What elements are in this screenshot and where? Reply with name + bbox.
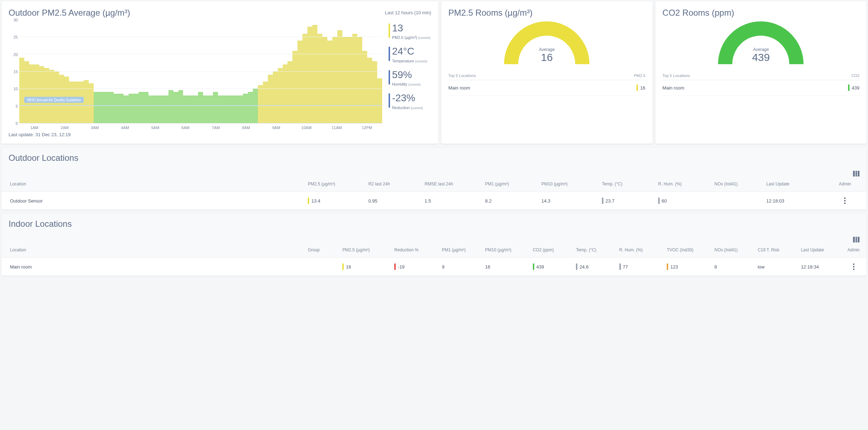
co2-rooms-card: CO2 Rooms (ppm) Average 439 Top 5 Locati…	[655, 1, 867, 144]
cell-reduction: -19	[398, 264, 405, 270]
pm25-top5-row-name: Main room	[448, 85, 470, 91]
status-bar-co2	[533, 263, 534, 270]
cell-tvoc: 123	[670, 264, 678, 270]
col-pm25[interactable]: PM2.5 (µg/m³)	[304, 176, 365, 192]
pm25-row-status-bar	[636, 85, 638, 91]
chart-title: Outdoor PM2.5 Average (µg/m³)	[9, 8, 130, 18]
outdoor-locations-section: Outdoor Locations Location PM2.5 (µg/m³)…	[1, 148, 867, 210]
kpi-hum-label: Humidity (current)	[392, 82, 431, 86]
kpi-temp-label: Temperature (current)	[392, 59, 431, 63]
co2-rooms-title: CO2 Rooms (ppm)	[662, 8, 859, 18]
cell-group	[304, 258, 339, 276]
col-nox[interactable]: NOx (Ind41)	[711, 242, 754, 258]
status-bar-pm25	[308, 198, 309, 204]
cell-rhum: 60	[662, 198, 667, 204]
pm25-rooms-title: PM2.5 Rooms (µg/m³)	[448, 8, 645, 18]
pm25-bar-chart[interactable]: 051015202530 WHO Annual Air Quality Guid…	[9, 20, 382, 123]
kpi-reduction: -23% Reduction (current)	[389, 93, 431, 109]
col-tvoc[interactable]: TVOC (Ind30)	[663, 242, 711, 258]
col-pm10[interactable]: PM10 (µg/m³)	[482, 242, 529, 258]
indoor-section-title: Indoor Locations	[9, 219, 72, 229]
cell-location: Main room	[1, 258, 304, 276]
status-bar-reduction	[394, 263, 396, 270]
kpi-pm25: 13 PM2.5 (µg/m³) (current)	[389, 23, 431, 40]
col-group[interactable]: Group	[304, 242, 339, 258]
cell-location: Outdoor Sensor	[1, 192, 304, 210]
status-bar-rhum	[619, 263, 621, 270]
indoor-row[interactable]: Main room 16 -19 9 16 439 24.6 77 123 8 …	[1, 258, 867, 276]
kpi-red-value: -23%	[392, 93, 431, 103]
cell-pm25: 13.4	[311, 198, 320, 204]
outdoor-table: Location PM2.5 (µg/m³) R2 last 24h RMSE …	[1, 176, 867, 210]
co2-row-status-bar	[848, 85, 849, 91]
indoor-header-row: Location Group PM2.5 (µg/m³) Reduction %…	[1, 242, 867, 258]
outdoor-header-row: Location PM2.5 (µg/m³) R2 last 24h RMSE …	[1, 176, 867, 192]
columns-icon[interactable]	[853, 171, 859, 176]
chart-last-update: Last update: 31 Dec 23, 12:19	[9, 132, 382, 137]
cell-pm1: 8.2	[482, 192, 538, 210]
pm25-top5-row-value: 16	[640, 85, 645, 91]
col-admin: Admin	[841, 242, 867, 258]
pm25-top5-head-val: PM2.5	[634, 73, 645, 78]
cell-c19: low	[754, 258, 797, 276]
indoor-locations-section: Indoor Locations Location Group PM2.5 (µ…	[1, 214, 867, 276]
kpi-hum-value: 59%	[392, 70, 431, 80]
status-bar-temp	[576, 263, 577, 270]
co2-top5-head-loc: Top 5 Locations	[662, 73, 690, 78]
col-last[interactable]: Last Update	[797, 242, 841, 258]
status-bar-temp	[602, 198, 603, 204]
pm25-gauge-value: 16	[504, 52, 589, 63]
kpi-pm25-value: 13	[392, 23, 431, 33]
cell-rhum: 77	[623, 264, 628, 270]
col-r2[interactable]: R2 last 24h	[365, 176, 421, 192]
outdoor-pm25-chart-card: Outdoor PM2.5 Average (µg/m³) Last 12 ho…	[1, 1, 438, 144]
row-menu-icon[interactable]	[853, 263, 854, 270]
co2-top5-head-val: CO2	[851, 73, 859, 78]
col-location[interactable]: Location	[1, 176, 304, 192]
co2-top5-row-name: Main room	[662, 85, 684, 91]
cell-nox	[711, 192, 763, 210]
co2-gauge-value: 439	[718, 52, 804, 63]
col-reduction[interactable]: Reduction %	[391, 242, 438, 258]
status-bar-tvoc	[667, 263, 668, 270]
cell-pm10: 16	[482, 258, 529, 276]
cell-co2: 439	[536, 264, 544, 270]
col-admin: Admin	[823, 176, 867, 192]
cell-r2: 0.95	[365, 192, 421, 210]
col-pm1[interactable]: PM1 (µg/m³)	[482, 176, 538, 192]
kpi-humidity: 59% Humidity (current)	[389, 70, 431, 86]
pm25-rooms-card: PM2.5 Rooms (µg/m³) Average 16 Top 5 Loc…	[441, 1, 653, 144]
cell-pm10: 14.3	[538, 192, 598, 210]
indoor-table: Location Group PM2.5 (µg/m³) Reduction %…	[1, 242, 867, 276]
outdoor-row[interactable]: Outdoor Sensor 13.4 0.95 1.5 8.2 14.3 23…	[1, 192, 867, 210]
pm25-gauge: Average 16	[504, 21, 589, 64]
col-last[interactable]: Last Update	[763, 176, 823, 192]
columns-icon[interactable]	[853, 237, 859, 242]
row-menu-icon[interactable]	[844, 198, 846, 204]
col-pm1[interactable]: PM1 (µg/m³)	[438, 242, 482, 258]
who-guideline-tag: WHO Annual Air Quality Guideline	[24, 97, 84, 103]
cell-temp: 23.7	[605, 198, 614, 204]
col-nox[interactable]: NOx (Ind41)	[711, 176, 763, 192]
kpi-pm25-label: PM2.5 (µg/m³) (current)	[392, 35, 431, 40]
col-pm10[interactable]: PM10 (µg/m³)	[538, 176, 598, 192]
co2-gauge: Average 439	[718, 21, 804, 64]
status-bar-rhum	[658, 198, 660, 204]
col-rmse[interactable]: RMSE last 24h	[421, 176, 482, 192]
cell-nox: 8	[711, 258, 754, 276]
pm25-top5-row[interactable]: Main room 16	[448, 80, 645, 96]
kpi-temp-value: 24°C	[392, 46, 431, 56]
col-location[interactable]: Location	[1, 242, 304, 258]
co2-top5-row[interactable]: Main room 439	[662, 80, 859, 96]
col-pm25[interactable]: PM2.5 (µg/m³)	[339, 242, 391, 258]
cell-rmse: 1.5	[421, 192, 482, 210]
kpi-temperature: 24°C Temperature (current)	[389, 46, 431, 63]
col-rhum[interactable]: R. Hum. (%)	[655, 176, 711, 192]
col-c19[interactable]: C19 T. Risk	[754, 242, 797, 258]
cell-last: 12:18:03	[763, 192, 823, 210]
col-temp[interactable]: Temp. (°C)	[598, 176, 655, 192]
col-rhum[interactable]: R. Hum. (%)	[616, 242, 664, 258]
col-temp[interactable]: Temp. (°C)	[572, 242, 615, 258]
col-co2[interactable]: CO2 (ppm)	[529, 242, 572, 258]
cell-temp: 24.6	[579, 264, 588, 270]
